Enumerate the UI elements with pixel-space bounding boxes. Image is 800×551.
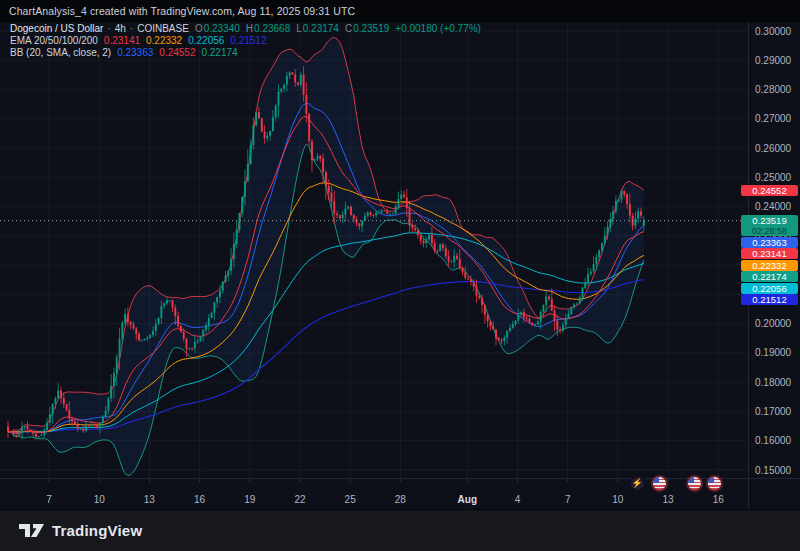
price-badge: 0.22056 [741, 283, 798, 294]
last-price-badge: 0.2351902:28:58 [741, 215, 798, 236]
indicator-value: 0.23363 [117, 47, 153, 58]
ohlc-value: 0.23340 [204, 23, 240, 34]
bar-countdown: 02:28:58 [741, 226, 798, 236]
footer: TradingView [0, 509, 800, 551]
ema-values: 0.231410.223320.220560.21512 [98, 35, 267, 46]
interval-label: 4h [115, 23, 126, 34]
price-badge: 0.21512 [741, 294, 798, 305]
topbar-text: ChartAnalysis_4 created with TradingView… [9, 5, 355, 17]
crypto-event-icon[interactable]: ⚡ [629, 475, 646, 492]
change-value: +0.00180 (+0.77%) [395, 23, 481, 34]
bb-values: 0.233630.245520.22174 [111, 47, 237, 58]
ema-label: EMA 20/50/100/200 [10, 35, 98, 46]
ohlc-label: C [345, 23, 352, 34]
indicator-value: 0.22174 [201, 47, 237, 58]
price-badge: 0.23363 [741, 237, 798, 248]
price-badge: 0.24552 [741, 185, 798, 196]
ohlc-label: L [296, 23, 302, 34]
legend-bb-row[interactable]: BB (20, SMA, close, 2)0.233630.245520.22… [10, 47, 481, 59]
legend: Dogecoin / US Dollar·4h·COINBASEO0.23340… [10, 23, 481, 58]
topbar: ChartAnalysis_4 created with TradingView… [0, 0, 800, 22]
exchange-label: COINBASE [137, 23, 189, 34]
ohlc-values: O0.23340H0.23668L0.23174C0.23519+0.00180… [189, 23, 481, 34]
brand-text: TradingView [52, 522, 142, 539]
legend-symbol-row[interactable]: Dogecoin / US Dollar·4h·COINBASEO0.23340… [10, 23, 481, 35]
indicator-value: 0.21512 [230, 35, 266, 46]
indicator-value: 0.22056 [188, 35, 224, 46]
indicator-value: 0.23141 [104, 35, 140, 46]
legend-ema-row[interactable]: EMA 20/50/100/2000.231410.223320.220560.… [10, 35, 481, 47]
price-badge: 0.22332 [741, 260, 798, 271]
chart-window: 0.300000.290000.280000.270000.260000.250… [0, 0, 800, 551]
price-badge: 0.22174 [741, 271, 798, 282]
ohlc-value: 0.23174 [303, 23, 339, 34]
symbol-name: Dogecoin / US Dollar [10, 23, 103, 34]
bb-label: BB (20, SMA, close, 2) [10, 47, 111, 58]
ohlc-label: O [195, 23, 203, 34]
indicator-value: 0.24552 [159, 47, 195, 58]
ohlc-label: H [246, 23, 253, 34]
ohlc-value: 0.23668 [254, 23, 290, 34]
tradingview-glyph [18, 522, 45, 539]
price-chart[interactable]: 0.300000.290000.280000.270000.260000.250… [0, 0, 800, 509]
ohlc-value: 0.23519 [353, 23, 389, 34]
indicator-value: 0.22332 [146, 35, 182, 46]
price-badge: 0.23141 [741, 248, 798, 259]
tradingview-logo[interactable]: TradingView [18, 522, 142, 539]
